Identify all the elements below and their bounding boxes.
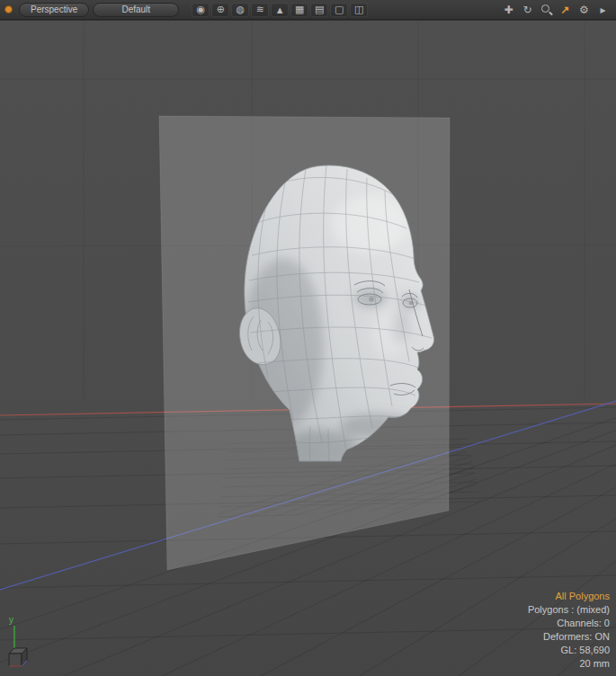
matcap-sphere-icon[interactable]: ◍	[231, 3, 249, 17]
pan-view-icon[interactable]: ✚	[502, 3, 515, 17]
viewport-nav-group: ✚ ↻ ↗ ⚙ ▸	[502, 3, 610, 17]
flat-shading-icon[interactable]: ▲	[271, 3, 289, 17]
zoom-view-icon[interactable]	[540, 3, 553, 17]
grid-size-stat: 20 mm	[528, 657, 610, 671]
wireframe-overlay-icon[interactable]: ≋	[251, 3, 269, 17]
shaded-view-icon[interactable]: ◉	[192, 3, 210, 17]
polygons-stat: Polygons : (mixed)	[528, 603, 610, 617]
image-plane-icon[interactable]: ▢	[330, 3, 348, 17]
fit-selected-icon[interactable]: ↗	[558, 3, 572, 17]
modo-3d-viewport-window: Perspective Default ◉ ⊕ ◍ ≋ ▲ ▦ ▤ ▢ ◫ ✚ …	[0, 0, 616, 676]
selection-mode-label: All Polygons	[528, 590, 610, 603]
gizmo-y-label: y	[9, 615, 13, 625]
backdrop-image-icon[interactable]: ▤	[310, 3, 328, 17]
axis-gizmo[interactable]: y	[4, 613, 40, 672]
gl-stat: GL: 58,690	[528, 644, 610, 657]
viewport-info-readout: All Polygons Polygons : (mixed) Channels…	[528, 590, 610, 671]
channels-stat: Channels: 0	[528, 617, 610, 630]
scene-canvas[interactable]	[0, 20, 616, 676]
grid-overlay-icon[interactable]: ▦	[290, 3, 308, 17]
shading-style-dropdown[interactable]: Default	[93, 3, 179, 17]
viewport-settings-gear-icon[interactable]: ⚙	[577, 3, 591, 17]
orbit-view-icon[interactable]: ↻	[521, 3, 534, 17]
viewport-menu-arrow-icon[interactable]: ▸	[596, 3, 610, 17]
deformers-stat: Deformers: ON	[528, 630, 610, 644]
texture-globe-icon[interactable]: ⊕	[211, 3, 229, 17]
viewport-toolbar: Perspective Default ◉ ⊕ ◍ ≋ ▲ ▦ ▤ ▢ ◫ ✚ …	[0, 0, 616, 20]
viewport-status-dot[interactable]	[4, 5, 13, 13]
viewport-display-toggle-group: ◉ ⊕ ◍ ≋ ▲ ▦ ▤ ▢ ◫	[192, 3, 368, 17]
uv-overlay-icon[interactable]: ◫	[350, 3, 368, 17]
viewport-3d[interactable]: y All Polygons Polygons : (mixed) Channe…	[0, 20, 616, 676]
view-type-dropdown[interactable]: Perspective	[19, 3, 89, 17]
